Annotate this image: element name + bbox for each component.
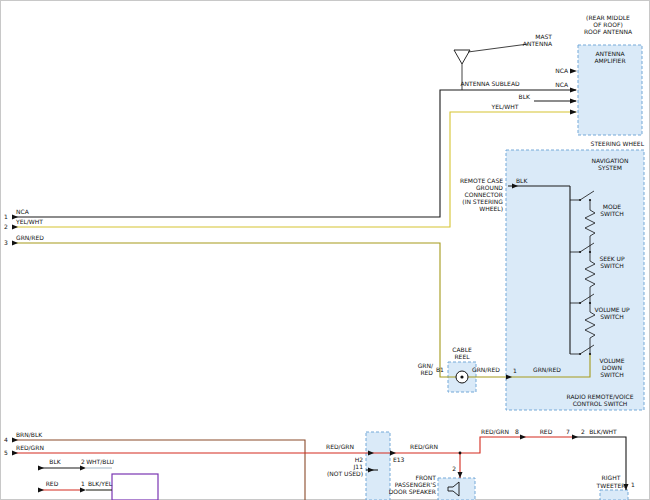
door-speaker-label: FRONT [416,474,437,481]
amplifier-pin-nca: NCA [555,67,569,74]
wire-label-grn-red: RED [420,369,433,376]
remote-case-ground-label: (IN STEERING [462,198,503,205]
navigation-system-label: SYSTEM [598,164,622,171]
connector-pin-7: 7 [566,428,570,435]
wire-label-blk: BLK [49,458,61,465]
floor-connector-box [366,432,390,500]
wire-label-nca: NCA [16,208,30,215]
mode-switch-label: SWITCH [600,210,624,217]
antenna-sublead-label: ANTENNA SUBLEAD [460,80,520,87]
connector-pin-j11-note: (NOT USED) [327,470,363,477]
wire-label-blk-wht: BLK/WHT [589,428,617,435]
roof-antenna-location-label: (REAR MIDDLE [586,14,630,21]
mode-switch-label: MODE [603,203,622,210]
connector-pin-h2: H2 [355,456,364,463]
antenna-amplifier-label: AMPLIFIER [594,57,625,64]
volume-up-switch-label: VOLUME UP [594,306,629,313]
wire-label-brn-blk: BRN/BLK [16,431,43,438]
tweeter-box [600,490,628,500]
remote-case-ground-label: CONNECTOR [465,191,503,198]
wire-label-yel-wht: YEL/WHT [15,218,43,225]
wire-label-red-grn: RED/GRN [16,444,44,451]
cable-reel-icon [456,371,468,383]
cable-reel-label: REEL [454,353,470,360]
pin-number-2: 2 [81,458,85,465]
roof-antenna-label: ROOF ANTENNA [584,28,633,35]
bottom-left-component-box [112,474,158,500]
remote-case-ground-label: WHEEL) [479,205,503,212]
mast-antenna-label: MAST [535,33,552,40]
harness-pin-number: 4 [4,436,8,443]
pin-number-1: 1 [81,480,85,487]
wire-label-red-grn: RED/GRN [326,443,354,450]
amplifier-pin-blk: BLK [519,93,531,100]
radio-remote-caption: CONTROL SWITCH [573,400,628,407]
wire-label-grn-red: GRN/ [418,362,434,369]
wire-label-grn-red: GRN/RED [533,366,561,373]
wire-label-red: RED [540,428,553,435]
wiring-diagram: (REAR MIDDLE OF ROOF) ROOF ANTENNA ANTEN… [0,0,650,500]
volume-down-switch-label: VOLUME [599,357,624,364]
wire-label-blk: BLK [516,177,528,184]
wire-label-red-grn: RED/GRN [481,428,509,435]
wire-label-wht-blu: WHT/BLU [86,458,114,465]
remote-case-ground-label: REMOTE CASE [460,177,503,184]
wire-label-grn-red: GRN/RED [472,366,500,373]
wiring-diagram-canvas: (REAR MIDDLE OF ROOF) ROOF ANTENNA ANTEN… [0,0,650,500]
wire-label-grn-red: GRN/RED [16,234,44,241]
harness-pin-number: 2 [4,223,8,230]
volume-down-switch-label: SWITCH [600,371,624,378]
navigation-system-label: NAVIGATION [591,157,628,164]
mast-antenna-label: ANTENNA [523,40,553,47]
connector-pin-8: 8 [515,428,519,435]
cable-reel-label: CABLE [452,346,472,353]
roof-antenna-location-label: OF ROOF) [593,21,623,28]
connector-pin-e13: E13 [393,456,405,463]
amplifier-pin-nca: NCA [555,81,569,88]
steering-pin-1: 1 [513,367,517,374]
right-tweeter-label: RIGHT [602,474,621,481]
right-tweeter-label: TWEETER [596,482,626,489]
speaker-pin-number: 2 [452,465,456,472]
door-speaker-box [438,478,475,500]
tweeter-pin-number: 1 [631,481,635,488]
remote-case-ground-label: GROUND [476,184,503,191]
harness-pin-number: 1 [4,213,8,220]
cable-reel-pin-b1: B1 [436,366,444,373]
connector-pin-2: 2 [581,428,585,435]
door-speaker-label: PASSENGER'S [395,481,436,488]
wire-label-red-grn: RED/GRN [410,443,438,450]
junction-dot [459,452,462,455]
volume-up-switch-label: SWITCH [600,313,624,320]
radio-remote-caption: RADIO REMOTE/VOICE [567,393,634,400]
volume-down-switch-label: DOWN [602,364,622,371]
harness-pin-number: 3 [4,239,8,246]
antenna-amplifier-label: ANTENNA [595,50,625,57]
cable-reel-center [460,375,463,378]
harness-pin-number: 5 [4,449,8,456]
seek-up-switch-label: SWITCH [600,262,624,269]
wire-label-blk-yel: BLK/YEL [88,480,113,487]
steering-wheel-title: STEERING WHEEL [591,140,645,147]
door-speaker-label: DOOR SPEAKER [389,488,436,495]
wire-label-yel-wht: YEL/WHT [491,103,519,110]
seek-up-switch-label: SEEK UP [599,255,625,262]
wire-label-red: RED [46,480,59,487]
